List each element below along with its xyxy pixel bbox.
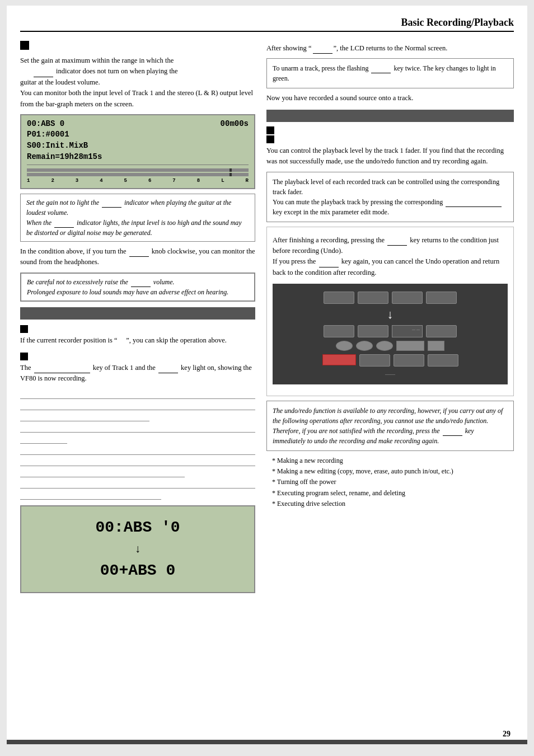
section-marker-3: [20, 325, 28, 333]
rec-btn: [324, 325, 354, 337]
list-item: Executing drive selection: [266, 499, 514, 509]
rec-btn: [394, 354, 424, 367]
bullet-list: Making a new recording Making a new edit…: [266, 456, 514, 509]
recorder-row-2: ··· ···: [324, 325, 457, 337]
lcd-counter-line1: 00:ABS '0: [32, 515, 243, 541]
rec-btn-small: [336, 341, 353, 351]
rec-btn: [392, 292, 423, 304]
meter-bar-bottom: [27, 173, 249, 176]
section-3: If the current recorder position is “ ”,…: [20, 324, 255, 346]
recorder-label: ——: [385, 371, 395, 377]
rec-btn-small: [376, 341, 393, 351]
rec-line: [20, 490, 161, 500]
page-number: 29: [503, 730, 510, 739]
gain-text-1: Set the gain at maximum within the range…: [20, 55, 255, 110]
rec-btn: [426, 325, 457, 337]
recorder-row-1: [324, 292, 457, 304]
rec-line: [20, 456, 255, 466]
rec-btn-red: [322, 354, 356, 365]
content-columns: Set the gain at maximum within the range…: [20, 41, 514, 599]
rec-line: [20, 411, 149, 421]
note-box-1: Set the gain not to light the indicator …: [20, 194, 255, 242]
recorded-text: Now you have recorded a sound source ont…: [266, 93, 514, 104]
recording-text: The key of Track 1 and the key light on,…: [20, 363, 255, 384]
section-marker-1: [20, 41, 29, 50]
lcd-display-1: 00:ABS 0 00m00s P01:#0001 S00:Init.MixB …: [20, 114, 255, 189]
rec-btn: [426, 292, 457, 304]
page-title: Basic Recording/Playback: [401, 17, 514, 29]
unarm-info-box: To unarm a track, press the flashing key…: [266, 58, 514, 88]
warning-box: Be careful not to excessively raise the …: [20, 273, 255, 302]
meter-bar-top: [27, 168, 249, 172]
rec-line: [20, 422, 255, 433]
recorder-row-4: [322, 354, 458, 367]
skip-text: If the current recorder position is “ ”,…: [20, 335, 255, 346]
meter-labels: 12345678LR: [27, 177, 249, 185]
rec-btn-with-dots: ··· ···: [392, 325, 423, 337]
list-item: Turning off the power: [266, 477, 514, 487]
rec-btn: [358, 325, 388, 337]
playback-level-text: You can control the playback level by th…: [266, 145, 514, 167]
right-column: After showing “”, the LCD returns to the…: [266, 41, 514, 599]
list-item: Making a new recording: [266, 456, 514, 466]
rec-line: [20, 445, 255, 455]
page: Basic Recording/Playback Set the gain at…: [7, 6, 527, 744]
rec-btn-small: [428, 341, 444, 351]
rec-btn: [428, 354, 458, 367]
lcd-counter: 00:ABS '0 ↓ 00+ABS 0: [20, 505, 255, 594]
section-4: The key of Track 1 and the key light on,…: [20, 351, 255, 384]
recorder-image: ↓ ··· ···: [273, 284, 508, 384]
page-header: Basic Recording/Playback: [20, 17, 514, 32]
down-arrow: ↓: [387, 307, 394, 322]
undo-section: After finishing a recording, pressing th…: [266, 227, 514, 397]
section-marker-4: [20, 353, 28, 360]
recording-lines: [20, 389, 255, 500]
rec-line: [20, 467, 185, 477]
rec-btn-small: [356, 341, 373, 351]
rec-btn: [359, 354, 390, 367]
section-bar-1: [20, 307, 255, 320]
rec-line: [20, 400, 255, 410]
recorder-row-3: [336, 341, 444, 351]
rec-line: [20, 478, 255, 489]
rec-line: [20, 434, 67, 444]
lcd-meters: 12345678LR: [27, 165, 249, 185]
headphone-text: In the condition above, if you turn the …: [20, 246, 255, 268]
rec-btn: [324, 292, 354, 304]
list-item: Executing program select, rename, and de…: [266, 488, 514, 499]
list-item: Making a new editing (copy, move, erase,…: [266, 466, 514, 477]
section-marker-r1: [266, 126, 274, 134]
footer-bar: [7, 740, 527, 744]
rec-btn-small: [396, 341, 424, 351]
undo-text: After finishing a recording, pressing th…: [273, 235, 508, 279]
lcd-arrow: ↓: [32, 541, 243, 558]
section-bar-2: [266, 110, 514, 122]
left-column: Set the gain at maximum within the range…: [20, 41, 255, 599]
italic-note-box: The undo/redo function is available to a…: [266, 401, 514, 451]
section-marker-r2: [266, 135, 274, 143]
playback-info-box: The playback level of each recorded trac…: [266, 172, 514, 222]
after-showing-text: After showing “”, the LCD returns to the…: [266, 43, 514, 54]
rec-line: [20, 389, 255, 399]
lcd-counter-line2: 00+ABS 0: [32, 558, 243, 584]
rec-btn: [358, 292, 388, 304]
